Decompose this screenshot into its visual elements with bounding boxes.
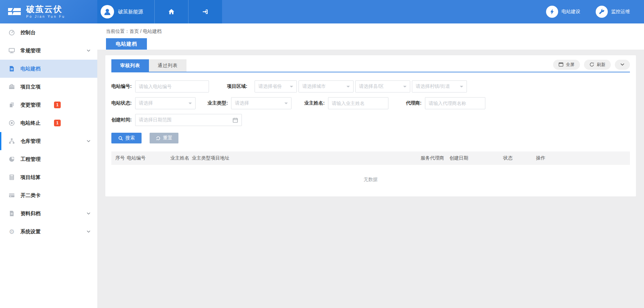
reset-icon (156, 136, 161, 141)
city-placeholder: 请选择城市 (302, 83, 326, 89)
brand-subtitle: Po Jian Yun Fu (26, 15, 65, 18)
gear-icon: ⚙ (8, 229, 15, 235)
user-name: 破茧新能源 (118, 9, 143, 15)
chevron-down-icon (87, 230, 91, 234)
empty-state: 无数据 (111, 165, 630, 194)
col-owner-name: 业主姓名 (170, 155, 192, 161)
col-operation: 操作 (536, 155, 630, 161)
sidebar-item-open-card[interactable]: 开二类卡 (0, 186, 97, 204)
table-header-row: 序号 电站编号 业主姓名 业主类型 项目地址 服务代理商 创建日期 状态 操作 (111, 151, 630, 165)
refresh-icon (589, 62, 594, 67)
sidebar-item-label: 电站建档 (20, 66, 41, 72)
sitemap-icon (8, 138, 15, 144)
region-label: 项目区域: (227, 83, 248, 89)
sidebar-item-project-initiation[interactable]: 项目立项 (0, 78, 97, 96)
sign-in-icon (202, 8, 209, 15)
station-no-input[interactable] (135, 80, 209, 93)
breadcrumb-path: 首页 / 电站建档 (129, 28, 162, 34)
sidebar-item-label: 常规管理 (20, 48, 41, 54)
topbar-left-group: 破茧新能源 (97, 0, 222, 23)
sidebar-item-project-settlement[interactable]: 项目结算 (0, 168, 97, 186)
sidebar-item-warehouse-mgmt[interactable]: 仓库管理 (0, 132, 97, 150)
brand-title: 破茧云伏 (26, 5, 65, 13)
sidebar-item-change-mgmt[interactable]: 变更管理 1 (0, 96, 97, 114)
change-mgmt-badge: 1 (54, 102, 61, 108)
sidebar-item-label: 项目立项 (20, 84, 41, 90)
main-content: 当前位置：首页 / 电站建档 电站建档 审核列表 通过列表 全屏 (97, 23, 644, 308)
station-status-placeholder: 请选择 (139, 100, 153, 106)
sidebar-item-general-mgmt[interactable]: 常规管理 (0, 42, 97, 60)
content-area: 审核列表 通过列表 全屏 刷 (97, 50, 644, 202)
sidebar-item-engineering-mgmt[interactable]: 工程管理 (0, 150, 97, 168)
town-select[interactable]: 请选择村镇/街道 (412, 80, 467, 93)
bolt-circle (546, 6, 558, 18)
owner-type-select[interactable]: 请选择 (231, 97, 291, 109)
page-head: 当前位置：首页 / 电站建档 电站建档 (97, 23, 644, 50)
search-button[interactable]: 搜索 (111, 133, 142, 143)
date-range-input[interactable]: 请选择日期范围 (135, 114, 242, 126)
refresh-button[interactable]: 刷新 (584, 60, 611, 70)
caret-down-icon (460, 86, 463, 89)
sidebar-item-system-settings[interactable]: ⚙ 系统设置 (0, 223, 97, 241)
city-select[interactable]: 请选择城市 (299, 80, 354, 93)
panel-toolbar: 全屏 刷新 (553, 60, 630, 72)
county-select[interactable]: 请选择县/区 (355, 80, 410, 93)
sidebar-item-station-terminate[interactable]: 电站终止 1 (0, 114, 97, 132)
created-time-label: 创建时间: (111, 117, 132, 123)
page-tab-station-archive[interactable]: 电站建档 (106, 38, 147, 50)
filter-form: 电站编号: 项目区域: 请选择省份 请选择城市 请选择县/区 (111, 72, 630, 143)
sidebar-item-label: 工程管理 (20, 156, 41, 163)
archive-icon (8, 210, 15, 217)
owner-type-placeholder: 请选择 (235, 100, 249, 106)
fullscreen-button[interactable]: 全屏 (553, 60, 580, 70)
station-status-label: 电站状态: (111, 100, 132, 106)
calculator-icon (8, 174, 15, 181)
col-created-date: 创建日期 (449, 155, 503, 161)
tab-passed-list[interactable]: 通过列表 (149, 59, 186, 72)
caret-down-icon (189, 103, 192, 106)
sign-in-button[interactable] (188, 0, 222, 23)
sidebar-item-label: 电站终止 (20, 120, 41, 126)
sidebar-item-label: 资料归档 (20, 210, 41, 217)
station-build-action[interactable]: 电站建设 (546, 6, 580, 18)
col-index: 序号 (115, 155, 127, 161)
collapse-button[interactable] (615, 60, 630, 70)
col-station-no: 电站编号 (127, 155, 170, 161)
refresh-label: 刷新 (597, 62, 605, 68)
reset-label: 重置 (163, 135, 172, 141)
province-placeholder: 请选择省份 (258, 83, 282, 89)
owner-name-input[interactable] (328, 97, 388, 109)
breadcrumb: 当前位置：首页 / 电站建档 (97, 23, 644, 35)
user-menu[interactable]: 破茧新能源 (97, 0, 154, 23)
col-project-address: 项目地址 (211, 155, 421, 161)
chevron-down-icon (87, 139, 91, 143)
sidebar-item-station-archive[interactable]: 电站建档 (0, 60, 97, 78)
app-header: 破茧云伏 Po Jian Yun Fu 破茧新能源 (0, 0, 644, 23)
sidebar-item-console[interactable]: 控制台 (0, 23, 97, 42)
avatar (101, 5, 114, 18)
caret-down-icon (290, 86, 293, 89)
search-icon (118, 136, 123, 141)
col-status: 状态 (503, 155, 536, 161)
home-button[interactable] (154, 0, 188, 23)
topbar: 破茧新能源 电站建设 (97, 0, 644, 23)
filter-row-1: 电站编号: 项目区域: 请选择省份 请选择城市 请选择县/区 (111, 80, 630, 93)
pie-chart-icon (8, 156, 15, 163)
agent-label: 代理商: (406, 100, 422, 106)
station-status-select[interactable]: 请选择 (135, 97, 196, 109)
monitor-ops-action[interactable]: 监控运维 (596, 6, 630, 18)
bolt-icon (549, 8, 555, 15)
fullscreen-icon (558, 62, 564, 67)
reset-button[interactable]: 重置 (150, 133, 178, 143)
sidebar-item-label: 变更管理 (20, 102, 41, 108)
station-terminate-badge: 1 (54, 120, 61, 126)
tab-review-list[interactable]: 审核列表 (111, 59, 149, 72)
document-icon (8, 65, 15, 72)
station-no-label: 电站编号: (111, 83, 132, 89)
agent-input[interactable] (425, 97, 485, 109)
user-icon (103, 7, 112, 16)
province-select[interactable]: 请选择省份 (255, 80, 297, 93)
filter-row-3: 创建时间: 请选择日期范围 (111, 114, 630, 126)
results-table: 序号 电站编号 业主姓名 业主类型 项目地址 服务代理商 创建日期 状态 操作 … (111, 151, 630, 194)
sidebar-item-data-archive[interactable]: 资料归档 (0, 204, 97, 223)
